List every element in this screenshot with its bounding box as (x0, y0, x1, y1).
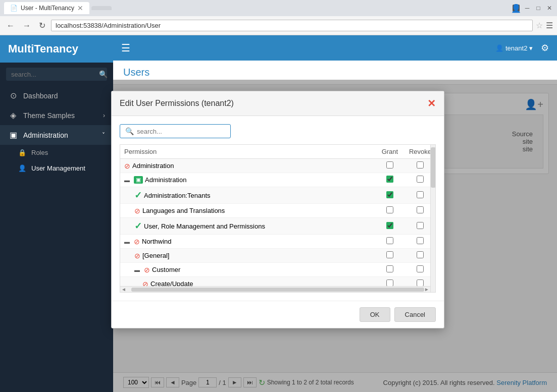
grant-checkbox[interactable] (386, 265, 393, 272)
minimize-button[interactable]: ─ (524, 5, 531, 12)
perm-name: ⊘ Languages and Translations (124, 207, 371, 215)
table-row: ▬ ▣ Administration (120, 173, 435, 187)
deny-icon: ⊘ (124, 162, 130, 170)
grant-checkbox[interactable] (386, 251, 393, 258)
main-content: ☰ 👤 tenant2 ▾ ⚙ Users 👤+ (113, 35, 557, 392)
sidebar-item-theme-samples[interactable]: ◈ Theme Samples › (0, 105, 113, 125)
sidebar-item-roles[interactable]: 🔒 Roles (10, 145, 113, 160)
browser-tab-new[interactable] (91, 6, 112, 10)
permissions-table: Permission Grant Revoke (120, 145, 435, 286)
grant-checkbox[interactable] (386, 206, 393, 213)
col-permission: Permission (120, 145, 375, 159)
revoke-checkbox[interactable] (417, 237, 424, 244)
grant-checkbox[interactable] (386, 191, 393, 198)
close-button[interactable]: ✕ (546, 5, 553, 12)
cancel-button[interactable]: Cancel (394, 307, 436, 322)
deny-icon: ⊘ (144, 266, 150, 274)
revoke-checkbox[interactable] (417, 191, 424, 198)
horizontal-scrollbar[interactable]: ◄ ► (120, 286, 435, 292)
permissions-scroll: Permission Grant Revoke (120, 145, 435, 286)
perm-label: Administration:Tenants (144, 192, 211, 199)
grant-checkbox[interactable] (386, 222, 393, 229)
user-menu[interactable]: 👤 tenant2 ▾ (495, 44, 533, 52)
table-row: ✓ User, Role Management and Permissions (120, 218, 435, 235)
sidebar-item-user-management[interactable]: 👤 User Management (10, 160, 113, 176)
back-button[interactable]: ← (4, 20, 17, 31)
address-bar[interactable] (51, 20, 533, 31)
revoke-checkbox[interactable] (417, 265, 424, 272)
maximize-button[interactable]: □ (535, 5, 542, 12)
group-icon: ▣ (134, 176, 143, 184)
chrome-menu-icon[interactable]: ☰ (546, 21, 553, 30)
table-row: ⊘ Create/Update (120, 277, 435, 287)
page-content: Users 👤+ Source site site (113, 61, 557, 392)
sidebar-item-label: Dashboard (23, 92, 58, 100)
sidebar-item-administration[interactable]: ▣ Administration ˅ (0, 125, 113, 145)
header-right: 👤 tenant2 ▾ ⚙ (495, 42, 549, 53)
sidebar: MultiTenancy 🔍 ⊙ Dashboard ◈ Theme Sampl… (0, 35, 113, 392)
vertical-scrollbar[interactable] (430, 145, 435, 292)
perm-name: ✓ Administration:Tenants (124, 190, 371, 201)
browser-tab-active[interactable]: 📄 User - MultiTenancy ✕ (4, 2, 89, 14)
sidebar-item-label: Theme Samples (23, 111, 75, 120)
perm-name: ⊘ Administration (124, 162, 371, 170)
perm-name: ⊘ Create/Update (124, 280, 371, 287)
revoke-checkbox[interactable] (417, 222, 424, 229)
modal-title: Edit User Permissions (tenant2) (120, 99, 234, 108)
bookmark-icon[interactable]: ☆ (536, 21, 543, 30)
perm-name: ⊘ [General] (124, 252, 371, 260)
revoke-checkbox[interactable] (417, 279, 424, 286)
window-controls: 👤 ─ □ ✕ (513, 5, 553, 12)
reload-button[interactable]: ↻ (36, 20, 48, 31)
perm-label: Languages and Translations (142, 207, 225, 214)
deny-icon: ⊘ (134, 207, 140, 215)
expand-icon[interactable]: ▬ (134, 267, 140, 273)
revoke-checkbox[interactable] (417, 251, 424, 258)
scroll-right-arrow[interactable]: ► (424, 287, 429, 292)
chevron-right-icon: › (103, 112, 105, 119)
grant-checkbox[interactable] (386, 279, 393, 286)
sidebar-item-label: Administration (23, 131, 68, 139)
sidebar-sub-label: User Management (31, 164, 85, 172)
user-mgmt-icon: 👤 (18, 164, 26, 172)
modal-footer: OK Cancel (113, 301, 444, 328)
sidebar-item-dashboard[interactable]: ⊙ Dashboard (0, 86, 113, 105)
revoke-checkbox[interactable] (417, 206, 424, 213)
expand-icon[interactable]: ▬ (124, 177, 130, 183)
tab-close[interactable]: ✕ (77, 4, 83, 12)
table-row: ✓ Administration:Tenants (120, 187, 435, 204)
forward-button[interactable]: → (20, 20, 33, 31)
perm-label: Administration (145, 176, 186, 184)
profile-icon[interactable]: 👤 (513, 5, 520, 12)
grant-checkbox[interactable] (386, 161, 393, 169)
revoke-checkbox[interactable] (417, 176, 424, 183)
admin-icon: ▣ (8, 130, 18, 140)
scrollbar-thumb[interactable] (431, 147, 436, 188)
app-header: ☰ 👤 tenant2 ▾ ⚙ (113, 35, 557, 61)
chevron-down-icon: ˅ (102, 132, 105, 139)
grant-checkbox[interactable] (386, 237, 393, 244)
roles-icon: 🔒 (18, 149, 26, 156)
ok-button[interactable]: OK (360, 307, 390, 322)
share-icon[interactable]: ⚙ (541, 42, 549, 53)
perm-label: Northwind (142, 238, 172, 245)
modal-search-input[interactable] (137, 128, 225, 135)
expand-icon[interactable]: ▬ (124, 239, 130, 245)
revoke-checkbox[interactable] (417, 161, 424, 169)
check-icon: ✓ (134, 220, 142, 232)
perm-label: [General] (142, 252, 169, 259)
tab-icon: 📄 (10, 5, 18, 12)
theme-icon: ◈ (8, 110, 18, 120)
browser-titlebar: 📄 User - MultiTenancy ✕ 👤 ─ □ ✕ (0, 0, 557, 16)
sidebar-search: 🔍 (0, 63, 113, 86)
grant-checkbox[interactable] (386, 176, 393, 183)
scroll-left-arrow[interactable]: ◄ (121, 287, 126, 292)
search-input[interactable] (11, 71, 96, 78)
modal-close-button[interactable]: ✕ (427, 97, 436, 109)
hamburger-icon[interactable]: ☰ (121, 42, 130, 54)
table-row: ⊘ Languages and Translations (120, 204, 435, 218)
page-title: Users (123, 67, 547, 78)
modal-dialog: Edit User Permissions (tenant2) ✕ 🔍 (113, 91, 444, 328)
perm-label: Create/Update (150, 280, 193, 286)
horiz-thumb[interactable] (131, 288, 424, 292)
